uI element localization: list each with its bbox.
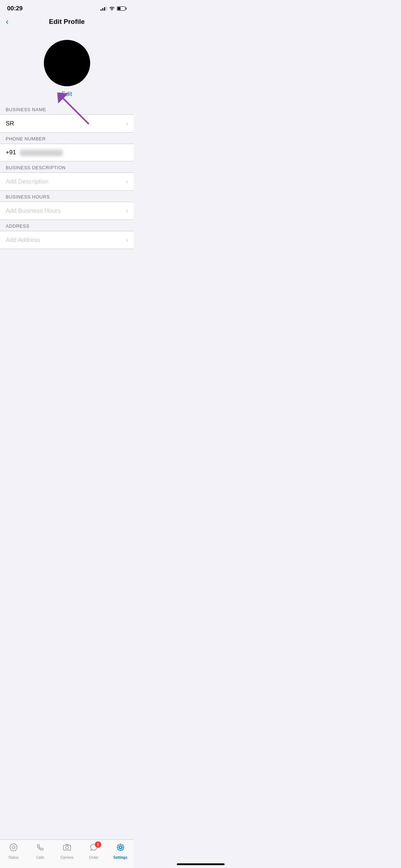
business-desc-label: BUSINESS DESCRIPTION [0,161,134,172]
status-bar: 00:29 [0,0,134,15]
business-hours-row[interactable]: Add Business Hours › [0,202,134,220]
address-label: ADDRESS [0,220,134,231]
edit-photo-button[interactable]: Edit [62,91,72,98]
header: ‹ Edit Profile [0,15,134,31]
chevron-right-icon: › [126,236,128,244]
wifi-icon [109,6,115,11]
business-name-label: BUSINESS NAME [0,103,134,114]
status-icons [101,6,127,11]
phone-number-value: +91 [6,149,63,156]
battery-icon [117,6,127,11]
page-title: Edit Profile [49,18,84,26]
form-container: BUSINESS NAME SR › PHONE NUMBER +91 BUSI… [0,103,134,249]
business-desc-row[interactable]: Add Description › [0,172,134,191]
back-button[interactable]: ‹ [6,17,9,27]
phone-number-label: PHONE NUMBER [0,133,134,144]
business-hours-placeholder: Add Business Hours [6,207,61,215]
avatar[interactable] [44,40,90,86]
business-name-row[interactable]: SR › [0,114,134,133]
signal-icon [101,6,107,11]
chevron-right-icon: › [126,120,128,127]
business-hours-label: BUSINESS HOURS [0,191,134,202]
address-row[interactable]: Add Address › [0,231,134,249]
phone-number-row: +91 [0,144,134,161]
chevron-right-icon: › [126,178,128,185]
business-desc-placeholder: Add Description [6,178,48,185]
phone-blur [20,150,63,156]
profile-section: Edit [0,31,134,103]
business-name-value: SR [6,120,14,127]
status-time: 00:29 [7,5,22,12]
address-placeholder: Add Address [6,237,40,244]
chevron-right-icon: › [126,207,128,215]
